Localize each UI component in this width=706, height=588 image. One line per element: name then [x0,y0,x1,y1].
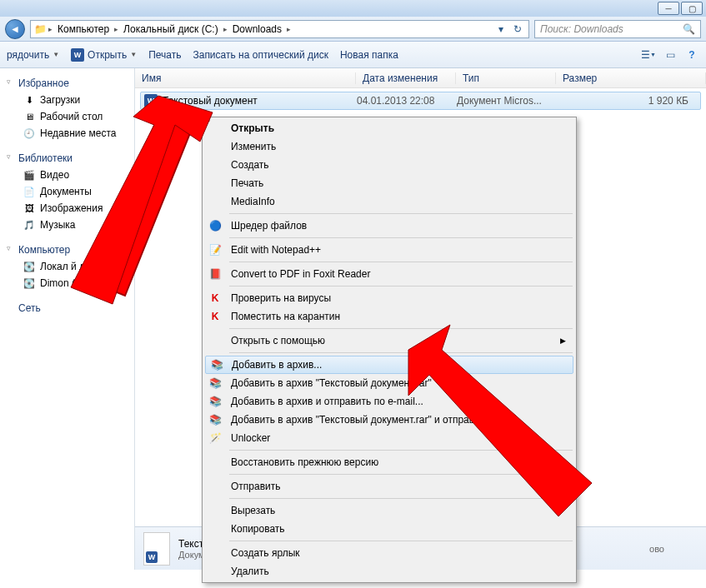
nav-back-button[interactable]: ◄ [5,19,25,39]
breadcrumb[interactable]: Локальный диск (C:) [120,22,222,37]
toolbar: рядочить ▼ WОткрыть ▼ Печать Записать на… [0,42,706,68]
word-icon: W [144,94,158,107]
context-menu-item-label: Открыть с помощью [231,335,325,346]
context-menu-item[interactable]: KПроверить на вирусы [204,289,574,307]
context-menu-item[interactable]: 📝Edit with Notepad++ [204,241,574,259]
context-menu-item-icon: K [208,292,222,305]
refresh-icon[interactable]: ↻ [510,22,525,37]
col-type[interactable]: Тип [456,72,556,84]
context-menu-item[interactable]: Изменить [204,137,574,156]
context-menu-item-label: Изменить [231,141,276,152]
sidebar-group-libraries[interactable]: Библиотеки [0,150,134,167]
context-menu-item-label: Convert to PDF in Foxit Reader [231,268,370,280]
file-preview-icon [143,532,170,566]
search-placeholder: Поиск: Downloads [540,23,623,35]
context-menu-item[interactable]: Открыть [204,119,574,137]
details-extra: ово [649,544,698,554]
context-menu-item-label: Шредер файлов [231,220,307,232]
submenu-arrow-icon: ▶ [560,482,566,491]
context-menu-item[interactable]: 🔵Шредер файлов [204,217,574,235]
chevron-right-icon: ▸ [48,25,53,33]
context-menu-item[interactable]: KПоместить на карантин [204,307,574,326]
context-menu-item[interactable]: MediaInfo [204,192,574,211]
context-menu-item[interactable]: 🪄Unlocker [204,429,574,447]
context-menu-item[interactable]: Печать [204,174,574,192]
context-menu-item[interactable]: 📚Добавить в архив и отправить по e-mail.… [204,392,574,411]
sidebar-item-documents[interactable]: 📄Документы [0,183,134,200]
sidebar-item-drive-c[interactable]: 💽Локал й диск (C: [0,258,134,275]
maximize-button[interactable]: ▢ [681,2,703,15]
context-menu-item-label: Добавить в архив "Текстовый документ.rar… [231,377,432,389]
context-menu-item[interactable]: 📚Добавить в архив "Текстовый документ.ra… [204,374,574,392]
desktop-icon: 🖥 [23,111,35,122]
context-menu-separator [229,352,573,353]
context-menu-item[interactable]: Создать ярлык [204,544,574,562]
chevron-right-icon: ▸ [287,25,291,33]
sidebar-item-recent[interactable]: 🕘Недавние места [0,125,134,142]
context-menu-item[interactable]: 📕Convert to PDF in Foxit Reader [204,265,574,283]
download-icon: ⬇ [23,94,35,106]
sidebar-item-drive-d[interactable]: 💽Dimon (D:) [0,275,134,292]
minimize-button[interactable]: ─ [658,2,679,15]
col-date[interactable]: Дата изменения [356,72,456,84]
context-menu-item[interactable]: Копировать [204,520,574,538]
context-menu-item[interactable]: Отправить▶ [204,477,574,496]
context-menu-item-label: Добавить в архив... [232,359,322,371]
search-input[interactable]: Поиск: Downloads 🔍 [534,20,701,38]
context-menu-separator [229,474,573,475]
file-row[interactable]: WТекстовый документ 04.01.2013 22:08 Док… [140,92,701,110]
context-menu-item-label: Unlocker [231,432,270,444]
context-menu-item-icon: 📝 [208,243,222,257]
window-titlebar: ─ ▢ [0,0,706,17]
open-button[interactable]: WОткрыть ▼ [71,48,137,62]
dropdown-icon[interactable]: ▾ [493,22,508,37]
navigation-sidebar: Избранное ⬇Загрузки 🖥Рабочий стол 🕘Недав… [0,68,135,570]
col-size[interactable]: Размер [556,72,706,84]
file-size: 1 920 КБ [557,95,700,107]
address-bar[interactable]: 📁 ▸ Компьютер ▸ Локальный диск (C:) ▸ Do… [30,20,529,38]
context-menu-item-label: Отправить [231,481,281,492]
chevron-down-icon: ▼ [130,51,137,58]
music-icon: 🎵 [23,219,35,231]
context-menu-separator [229,498,573,499]
breadcrumb[interactable]: Компьютер [54,22,113,37]
burn-button[interactable]: Записать на оптический диск [193,49,328,61]
sidebar-item-desktop[interactable]: 🖥Рабочий стол [0,108,134,125]
context-menu-item[interactable]: Удалить [204,562,574,581]
file-type: Документ Micros... [457,95,557,107]
breadcrumb[interactable]: Downloads [229,22,285,37]
context-menu-item[interactable]: 📚Добавить в архив... [205,356,573,374]
context-menu-item[interactable]: Открыть с помощью▶ [204,331,574,350]
sidebar-group-network[interactable]: Сеть [0,300,134,316]
view-icon[interactable]: ☰ ▼ [641,47,656,62]
context-menu-item[interactable]: Создать [204,156,574,174]
context-menu-item-icon: 📚 [210,358,223,371]
context-menu-item[interactable]: Восстановить прежнюю версию [204,453,574,471]
context-menu-item-icon: K [208,310,222,323]
newfolder-button[interactable]: Новая папка [340,49,398,61]
context-menu-item-label: Вырезать [231,505,275,516]
organize-button[interactable]: рядочить ▼ [7,49,59,61]
preview-pane-icon[interactable]: ▭ [663,47,678,62]
context-menu: ОткрытьИзменитьСоздатьПечатьMediaInfo🔵Шр… [202,117,577,583]
print-button[interactable]: Печать [148,49,181,61]
sidebar-group-favorites[interactable]: Избранное [0,75,134,92]
sidebar-group-computer[interactable]: Компьютер [0,242,134,258]
help-icon[interactable]: ? [684,47,699,62]
context-menu-item-icon: 🔵 [208,219,222,232]
sidebar-item-music[interactable]: 🎵Музыка [0,217,134,233]
context-menu-separator [229,541,573,541]
column-headers: Имя Дата изменения Тип Размер [135,68,706,88]
recent-icon: 🕘 [23,127,35,139]
context-menu-item[interactable]: 📚Добавить в архив "Текстовый документ.ra… [204,411,574,429]
context-menu-item-label: Создать [231,159,269,171]
sidebar-item-video[interactable]: 🎬Видео [0,167,134,183]
sidebar-item-images[interactable]: 🖼Изображения [0,200,134,217]
document-icon: 📄 [23,186,35,197]
col-name[interactable]: Имя [135,72,356,84]
context-menu-item-label: Удалить [231,566,269,577]
sidebar-item-downloads[interactable]: ⬇Загрузки [0,92,134,108]
submenu-arrow-icon: ▶ [560,336,566,345]
context-menu-item[interactable]: Вырезать [204,501,574,520]
context-menu-item-label: Копировать [231,523,285,535]
